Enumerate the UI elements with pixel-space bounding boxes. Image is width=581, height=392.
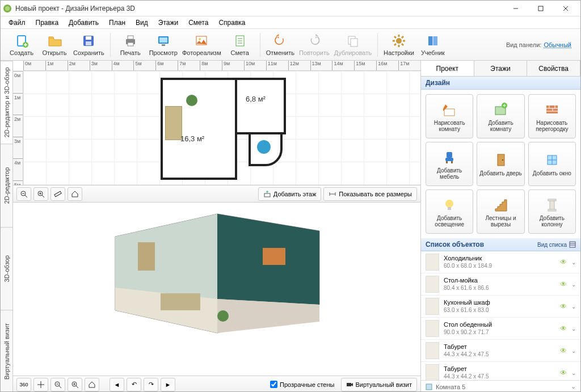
chair-icon [441,149,458,166]
close-button[interactable] [553,1,578,16]
canvas-area: 0м1м2м3м4м5м6м7м8м9м10м11м12м13м14м15м16… [13,61,420,392]
panel-mode-link[interactable]: Обычный [544,41,571,48]
object-item[interactable]: Холодильник60.0 x 68.0 x 184.9 👁 ⌄ [421,251,580,273]
main-toolbar: СоздатьОткрытьСохранитьПечатьПросмотрФот… [1,29,580,61]
home-button[interactable] [68,187,82,201]
rotate-left-button[interactable]: ↶ [127,378,141,391]
svg-line-32 [394,44,396,45]
chevron-down-icon[interactable]: ⌄ [571,281,576,288]
toolbar-book-button[interactable]: Учебник [416,30,449,60]
toolbar-undo-button[interactable]: Отменить [264,30,297,60]
menu-floors[interactable]: Этажи [154,18,183,28]
chevron-down-icon[interactable]: ⌄ [571,259,576,265]
menu-file[interactable]: Файл [4,18,30,28]
design-column-button[interactable]: Добавить колонну [528,189,576,234]
visibility-icon[interactable]: 👁 [560,347,567,355]
toolbar-save-button[interactable]: Сохранить [71,30,107,60]
zoom-out-button[interactable] [16,187,31,201]
rtab-floors[interactable]: Этажи [474,61,528,76]
floor-plan[interactable]: 16,3 м² 6,8 м² [161,78,291,180]
render-preview[interactable] [81,208,353,339]
show-dimensions-button[interactable]: Показывать все размеры [323,187,417,201]
toolbar-gear-button[interactable]: Настройки [381,30,416,60]
room1-area-label: 16,3 м² [180,134,204,143]
right-tabs: Проект Этажи Свойства [421,61,580,77]
svg-line-36 [25,195,27,197]
column-icon [544,196,561,213]
visibility-icon[interactable]: 👁 [560,324,567,332]
plus-floor-icon [263,190,271,198]
prev-view-button[interactable]: ◄ [110,378,124,391]
rotate-right-button[interactable]: ↷ [144,378,158,391]
toolbar-sheet-button[interactable]: Смета [224,30,256,60]
svg-rect-54 [161,293,200,310]
design-window-button[interactable]: Добавить окно [528,142,576,186]
chevron-down-icon[interactable]: ⌄ [571,304,576,310]
transparent-walls-toggle[interactable]: Прозрачные стены [266,378,339,391]
menu-estimate[interactable]: Смета [184,18,213,28]
chevron-down-icon[interactable]: ⌄ [571,348,576,354]
design-door-button[interactable]: Добавить дверь [477,142,524,186]
rtab-project[interactable]: Проект [421,61,474,76]
minimize-button[interactable] [503,1,528,16]
object-item[interactable]: Стол-мойка80.4 x 61.6 x 86.6 👁 ⌄ [421,273,580,296]
svg-rect-43 [264,193,270,197]
object-item[interactable]: Кухонный шкаф63.0 x 61.6 x 83.0 👁 ⌄ [421,296,580,318]
toolbar-folder-open-button[interactable]: Открыть [38,30,71,60]
vtab-virtual[interactable]: Виртуальный визит [1,310,12,392]
menu-plan[interactable]: План [104,18,130,28]
measure-button[interactable] [50,187,65,201]
plan-2d-pane[interactable]: 0м1м2м3м4м5м6м7м8м9м10м11м12м13м14м15м16… [13,61,420,203]
toolbar-printer-button[interactable]: Печать [114,30,147,60]
design-chair-button[interactable]: Добавить мебель [426,142,473,186]
menu-view[interactable]: Вид [131,18,153,28]
svg-rect-55 [263,248,285,265]
transparent-walls-checkbox[interactable] [270,381,277,388]
visibility-icon[interactable]: 👁 [560,369,567,377]
maximize-button[interactable] [528,1,553,16]
toolbar-monitor-button[interactable]: Просмотр [147,30,180,60]
svg-rect-88 [548,199,556,201]
ruler-horizontal: 0м1м2м3м4м5м6м7м8м9м10м11м12м13м14м15м16… [23,61,420,71]
svg-rect-42 [54,191,61,196]
pan-button[interactable] [33,378,48,391]
zoom-in-button[interactable] [33,187,48,201]
zoom-in-3d-button[interactable] [68,378,82,391]
menu-edit[interactable]: Правка [31,18,64,28]
svg-line-39 [42,195,44,197]
visibility-icon[interactable]: 👁 [560,258,567,266]
design-bulb-button[interactable]: Добавить освещение [426,189,473,234]
object-item[interactable]: Табурет44.3 x 44.2 x 47.5 👁 ⌄ [421,340,580,362]
room-row[interactable]: Комната 5 ⌄ [421,380,580,392]
design-wall-button[interactable]: Нарисовать перегородку [528,94,576,138]
list-mode-icon[interactable] [569,241,576,248]
menu-add[interactable]: Добавить [64,18,103,28]
visibility-icon[interactable]: 👁 [560,280,567,288]
menu-help[interactable]: Справка [214,18,250,28]
svg-rect-3 [538,6,543,11]
toolbar-file-new-button[interactable]: Создать [5,30,38,60]
design-pencil-room-button[interactable]: Нарисовать комнату [426,94,473,138]
rtab-properties[interactable]: Свойства [527,61,580,76]
zoom-out-3d-button[interactable] [50,378,65,391]
toolbar-photo-button[interactable]: Фотореализм [180,30,224,60]
object-item[interactable]: Стол обеденный90.0 x 90.2 x 71.7 👁 ⌄ [421,318,580,340]
chevron-down-icon[interactable]: ⌄ [571,326,576,332]
chevron-down-icon[interactable]: ⌄ [571,370,576,376]
svg-rect-65 [347,383,351,386]
visibility-icon[interactable]: 👁 [560,302,567,310]
render-3d-pane[interactable]: 360 ◄ ↶ ↷ ► Прозрачные стены Виртуальный… [13,203,420,392]
panel-mode-switch: Вид панели: Обычный [506,41,576,48]
rotate-360-button[interactable]: 360 [16,378,31,391]
vtab-2d[interactable]: 2D-редактор [1,144,12,226]
virtual-visit-button[interactable]: Виртуальный визит [341,378,417,391]
next-view-button[interactable]: ► [161,378,175,391]
add-floor-button[interactable]: Добавить этаж [258,187,321,201]
reset-view-button[interactable] [85,378,99,391]
object-item[interactable]: Табурет44.3 x 44.2 x 47.5 👁 ⌄ [421,362,580,380]
design-stairs-button[interactable]: Лестницы и вырезы [477,189,524,234]
vtab-2d-3d[interactable]: 2D-редактор и 3D-обзор [1,61,12,144]
design-add-room-button[interactable]: Добавить комнату [477,94,524,138]
plan-toolrow: Добавить этаж Показывать все размеры [13,185,420,202]
vtab-3d[interactable]: 3D-обзор [1,227,12,310]
